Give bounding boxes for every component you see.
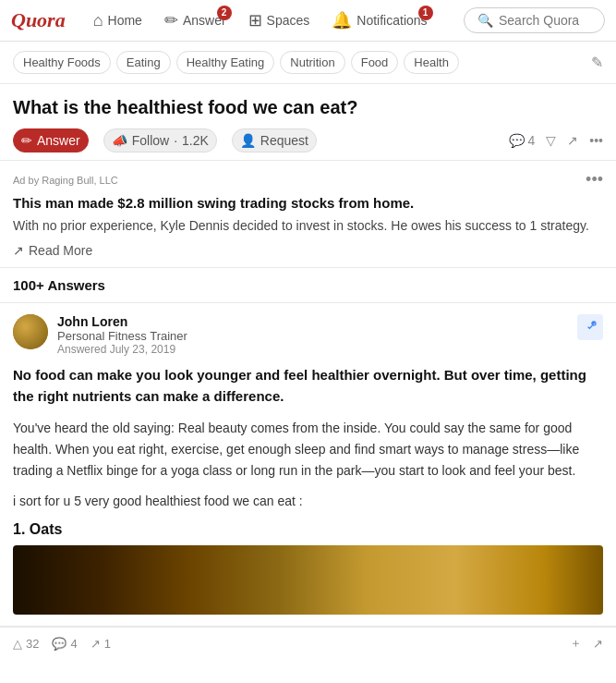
svg-text:✓: ✓: [593, 322, 596, 326]
answer-body-1: You've heard the old saying: Real beauty…: [13, 418, 603, 482]
share-action[interactable]: ↗: [567, 133, 578, 148]
search-input[interactable]: [499, 13, 591, 28]
answer-label: Answer: [37, 133, 80, 148]
follow-separator: ·: [174, 133, 177, 148]
home-icon: ⌂: [93, 11, 103, 30]
avatar[interactable]: [13, 314, 48, 349]
read-more-label: Read More: [29, 243, 92, 258]
verified-icon[interactable]: ✓: [577, 314, 603, 340]
answer-button[interactable]: ✏ Answer: [13, 128, 89, 152]
author-info: John Loren Personal Fitness Trainer Answ…: [57, 314, 577, 356]
answer-highlight: No food can make you look younger and fe…: [13, 365, 603, 407]
notifications-badge: 1: [418, 6, 433, 20]
answer-footer: △ 32 💬 4 ↗ 1 ＋ ↗: [0, 627, 616, 659]
external-link-icon: ↗: [13, 243, 24, 258]
read-more-link[interactable]: ↗ Read More: [13, 243, 603, 258]
header: Quora ⌂ Home ✏ Answer 2 ⊞ Spaces 🔔 Notif…: [0, 0, 616, 42]
follow-count: 1.2K: [182, 133, 209, 148]
question-section: What is the healthiest food we can eat? …: [0, 84, 616, 161]
nav-answer[interactable]: ✏ Answer 2: [155, 0, 236, 42]
comments-count: 4: [527, 133, 535, 148]
ad-advertiser: Ad by Raging Bull, LLC: [13, 175, 118, 186]
ad-section: Ad by Raging Bull, LLC ••• This man made…: [0, 161, 616, 268]
bell-icon: 🔔: [332, 10, 352, 30]
share-count-action[interactable]: ↗ 1: [91, 637, 111, 651]
author-name[interactable]: John Loren: [57, 314, 577, 329]
author-title: Personal Fitness Trainer: [57, 329, 577, 343]
more-footer-icon: ↗: [593, 637, 603, 651]
answer-subheading: 1. Oats: [13, 521, 603, 538]
upvote-count: 32: [26, 637, 39, 651]
logo[interactable]: Quora: [11, 8, 66, 32]
write-icon: ✏: [21, 133, 32, 148]
answer-header: John Loren Personal Fitness Trainer Answ…: [13, 314, 603, 356]
question-title: What is the healthiest food we can eat?: [13, 95, 603, 119]
upvote-icon: △: [13, 637, 22, 651]
nav-spaces-label: Spaces: [267, 13, 310, 28]
tags-bar: Healthy Foods Eating Healthy Eating Nutr…: [0, 42, 616, 84]
downvote-action[interactable]: ▽: [546, 133, 556, 148]
nav-notifications[interactable]: 🔔 Notifications 1: [322, 0, 436, 42]
follow-label: Follow: [132, 133, 169, 148]
share-count-icon: ↗: [91, 637, 101, 651]
bookmark-icon: ＋: [570, 635, 582, 652]
nav-home-label: Home: [108, 13, 142, 28]
edit-tags-icon[interactable]: ✎: [591, 54, 603, 71]
tag-food[interactable]: Food: [351, 51, 399, 74]
footer-right: ＋ ↗: [570, 635, 603, 652]
answers-count: 100+ Answers: [0, 268, 616, 303]
tag-eating[interactable]: Eating: [116, 51, 171, 74]
question-right-actions: 💬 4 ▽ ↗ •••: [509, 133, 603, 148]
ad-title: This man made $2.8 million swing trading…: [13, 195, 603, 211]
upvote-action[interactable]: △ 32: [13, 637, 39, 651]
reply-icon: 💬: [52, 637, 66, 651]
question-actions: ✏ Answer 📣 Follow · 1.2K 👤 Request 💬 4 ▽…: [13, 128, 603, 152]
follow-icon: 📣: [112, 133, 127, 148]
more-footer-action[interactable]: ↗: [593, 635, 603, 652]
tag-nutrition[interactable]: Nutrition: [280, 51, 344, 74]
reply-action[interactable]: 💬 4: [52, 637, 77, 651]
answer-section: John Loren Personal Fitness Trainer Answ…: [0, 303, 616, 627]
search-icon: 🔍: [477, 13, 493, 28]
request-label: Request: [260, 133, 308, 148]
answer-icon: ✏: [164, 10, 178, 30]
answer-badge: 2: [217, 6, 232, 20]
ad-body: With no prior experience, Kyle Dennis de…: [13, 216, 603, 236]
avatar-image: [13, 314, 48, 349]
spaces-icon: ⊞: [248, 10, 262, 30]
bookmark-action[interactable]: ＋: [570, 635, 582, 652]
nav-notifications-label: Notifications: [356, 13, 427, 28]
request-button[interactable]: 👤 Request: [232, 128, 317, 152]
answer-date: Answered July 23, 2019: [57, 343, 577, 356]
more-options[interactable]: •••: [589, 133, 603, 148]
comments-action[interactable]: 💬 4: [509, 133, 535, 148]
comment-icon: 💬: [509, 133, 525, 148]
answer-body-2: i sort for u 5 very good healthiest food…: [13, 491, 603, 512]
nav-home[interactable]: ⌂ Home: [84, 0, 151, 42]
nav-spaces[interactable]: ⊞ Spaces: [239, 0, 320, 42]
footer-left: △ 32 💬 4 ↗ 1: [13, 637, 111, 651]
ad-more-options[interactable]: •••: [586, 170, 603, 189]
follow-button[interactable]: 📣 Follow · 1.2K: [103, 128, 217, 152]
tag-healthy-eating[interactable]: Healthy Eating: [176, 51, 275, 74]
search-box[interactable]: 🔍: [464, 7, 605, 33]
tag-healthy-foods[interactable]: Healthy Foods: [13, 51, 111, 74]
answer-image: [13, 545, 603, 615]
tag-health[interactable]: Health: [404, 51, 459, 74]
reply-count: 4: [70, 637, 77, 651]
share-count: 1: [104, 637, 111, 651]
ad-label: Ad by Raging Bull, LLC •••: [13, 170, 603, 189]
request-icon: 👤: [240, 133, 256, 148]
